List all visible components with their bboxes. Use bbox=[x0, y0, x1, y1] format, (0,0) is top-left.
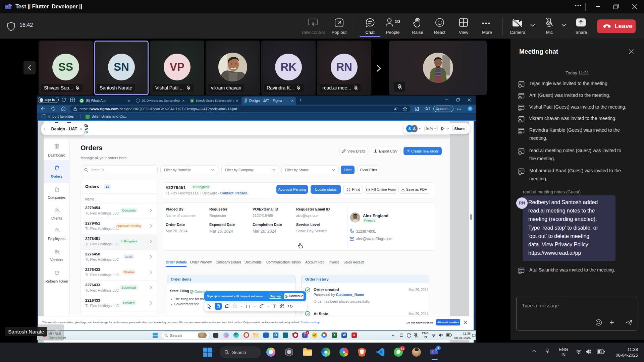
svg-text:T: T bbox=[432, 350, 434, 354]
svg-text:T: T bbox=[6, 5, 8, 9]
